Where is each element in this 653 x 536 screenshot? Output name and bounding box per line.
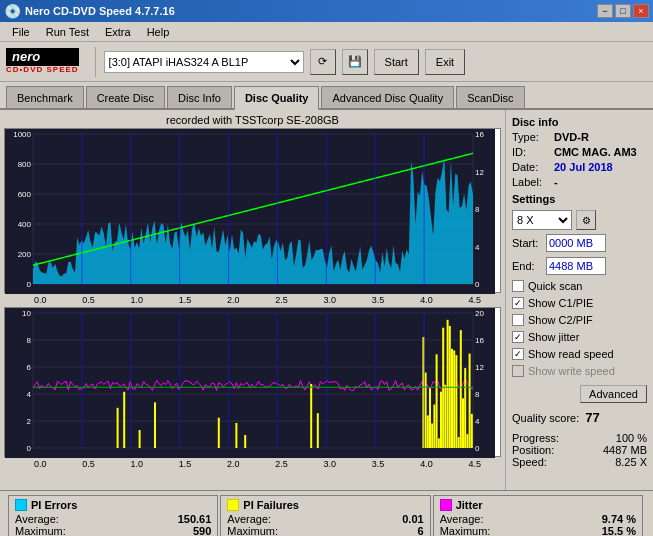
menu-extra[interactable]: Extra <box>97 24 139 40</box>
disc-label-row: Label: - <box>512 176 647 188</box>
position-row: Position: 4487 MB <box>512 444 647 456</box>
disc-label-label: Label: <box>512 176 550 188</box>
progress-value: 100 % <box>616 432 647 444</box>
progress-label: Progress: <box>512 432 559 444</box>
show-c1pie-checkbox[interactable] <box>512 297 524 309</box>
title-bar-left: 💿 Nero CD-DVD Speed 4.7.7.16 <box>4 3 175 19</box>
jitter-block: Jitter Average: 9.74 % Maximum: 15.5 % P… <box>433 495 643 536</box>
save-icon-btn[interactable]: 💾 <box>342 49 368 75</box>
show-c1pie-label: Show C1/PIE <box>528 297 593 309</box>
show-write-checkbox <box>512 365 524 377</box>
pi-failures-block: PI Failures Average: 0.01 Maximum: 6 Tot… <box>220 495 430 536</box>
show-read-row: Show read speed <box>512 348 647 360</box>
menu-bar: File Run Test Extra Help <box>0 22 653 42</box>
app-title: Nero CD-DVD Speed 4.7.7.16 <box>25 5 175 17</box>
menu-help[interactable]: Help <box>139 24 178 40</box>
disc-id-value: CMC MAG. AM3 <box>554 146 637 158</box>
show-c2pif-checkbox[interactable] <box>512 314 524 326</box>
drive-select[interactable]: [3:0] ATAPI iHAS324 A BL1P <box>104 51 304 73</box>
tab-disc-quality[interactable]: Disc Quality <box>234 86 320 110</box>
settings-icon-btn[interactable]: ⚙ <box>576 210 596 230</box>
speed-prog-value: 8.25 X <box>615 456 647 468</box>
start-button[interactable]: Start <box>374 49 419 75</box>
speed-prog-label: Speed: <box>512 456 547 468</box>
pi-errors-avg: Average: 150.61 <box>15 513 211 525</box>
end-field-row: End: <box>512 257 647 275</box>
disc-date-row: Date: 20 Jul 2018 <box>512 161 647 173</box>
minimize-button[interactable]: − <box>597 4 613 18</box>
show-c2pif-row: Show C2/PIF <box>512 314 647 326</box>
toolbar-divider <box>95 47 96 77</box>
show-write-label: Show write speed <box>528 365 615 377</box>
start-field-row: Start: <box>512 234 647 252</box>
disc-id-label: ID: <box>512 146 550 158</box>
jitter-color <box>440 499 452 511</box>
show-c2pif-label: Show C2/PIF <box>528 314 593 326</box>
tab-scan-disc[interactable]: ScanDisc <box>456 86 524 108</box>
speed-row: 8 X ⚙ <box>512 210 647 230</box>
end-field[interactable] <box>546 257 606 275</box>
title-bar: 💿 Nero CD-DVD Speed 4.7.7.16 − □ × <box>0 0 653 22</box>
tab-create-disc[interactable]: Create Disc <box>86 86 165 108</box>
tabs-bar: Benchmark Create Disc Disc Info Disc Qua… <box>0 82 653 110</box>
top-chart <box>4 128 501 293</box>
settings-title: Settings <box>512 193 647 205</box>
quick-scan-checkbox[interactable] <box>512 280 524 292</box>
right-panel: Disc info Type: DVD-R ID: CMC MAG. AM3 D… <box>505 110 653 490</box>
stats-bar: PI Errors Average: 150.61 Maximum: 590 T… <box>0 490 653 536</box>
show-read-checkbox[interactable] <box>512 348 524 360</box>
menu-file[interactable]: File <box>4 24 38 40</box>
exit-button[interactable]: Exit <box>425 49 465 75</box>
jitter-avg: Average: 9.74 % <box>440 513 636 525</box>
nero-logo: nero <box>6 48 79 66</box>
show-read-label: Show read speed <box>528 348 614 360</box>
settings-icon: ⚙ <box>582 215 591 226</box>
pi-failures-max: Maximum: 6 <box>227 525 423 536</box>
disc-type-value: DVD-R <box>554 131 589 143</box>
disc-date-label: Date: <box>512 161 550 173</box>
toolbar: nero CD•DVD SPEED [3:0] ATAPI iHAS324 A … <box>0 42 653 82</box>
top-x-labels: 0.00.51.01.52.02.53.03.54.04.5 <box>4 295 501 305</box>
advanced-button[interactable]: Advanced <box>580 385 647 403</box>
pi-errors-title: PI Errors <box>15 499 211 511</box>
pi-errors-block: PI Errors Average: 150.61 Maximum: 590 T… <box>8 495 218 536</box>
main-content: recorded with TSSTcorp SE-208GB 0.00.51.… <box>0 110 653 490</box>
pi-errors-color <box>15 499 27 511</box>
tab-advanced-disc-quality[interactable]: Advanced Disc Quality <box>321 86 454 108</box>
pi-failures-color <box>227 499 239 511</box>
quality-score-label: Quality score: <box>512 412 579 424</box>
show-jitter-row: Show jitter <box>512 331 647 343</box>
app-icon: 💿 <box>4 3 21 19</box>
maximize-button[interactable]: □ <box>615 4 631 18</box>
tab-disc-info[interactable]: Disc Info <box>167 86 232 108</box>
close-button[interactable]: × <box>633 4 649 18</box>
show-jitter-label: Show jitter <box>528 331 579 343</box>
show-jitter-checkbox[interactable] <box>512 331 524 343</box>
pi-failures-avg: Average: 0.01 <box>227 513 423 525</box>
end-label: End: <box>512 260 542 272</box>
menu-run-test[interactable]: Run Test <box>38 24 97 40</box>
bottom-chart <box>4 307 501 457</box>
speed-select[interactable]: 8 X <box>512 210 572 230</box>
pi-failures-title: PI Failures <box>227 499 423 511</box>
start-label: Start: <box>512 237 542 249</box>
nero-logo-area: nero CD•DVD SPEED <box>6 48 79 75</box>
disc-type-label: Type: <box>512 131 550 143</box>
jitter-max: Maximum: 15.5 % <box>440 525 636 536</box>
jitter-title: Jitter <box>440 499 636 511</box>
save-icon: 💾 <box>348 55 362 68</box>
bottom-x-labels: 0.00.51.01.52.02.53.03.54.04.5 <box>4 459 501 469</box>
quick-scan-row: Quick scan <box>512 280 647 292</box>
refresh-icon-btn[interactable]: ⟳ <box>310 49 336 75</box>
tab-benchmark[interactable]: Benchmark <box>6 86 84 108</box>
speed-row-prog: Speed: 8.25 X <box>512 456 647 468</box>
disc-info-title: Disc info <box>512 116 647 128</box>
title-bar-controls: − □ × <box>597 4 649 18</box>
disc-label-value: - <box>554 176 558 188</box>
disc-id-row: ID: CMC MAG. AM3 <box>512 146 647 158</box>
start-field[interactable] <box>546 234 606 252</box>
position-value: 4487 MB <box>603 444 647 456</box>
show-c1pie-row: Show C1/PIE <box>512 297 647 309</box>
refresh-icon: ⟳ <box>318 55 327 68</box>
progress-section: Progress: 100 % Position: 4487 MB Speed:… <box>512 432 647 468</box>
